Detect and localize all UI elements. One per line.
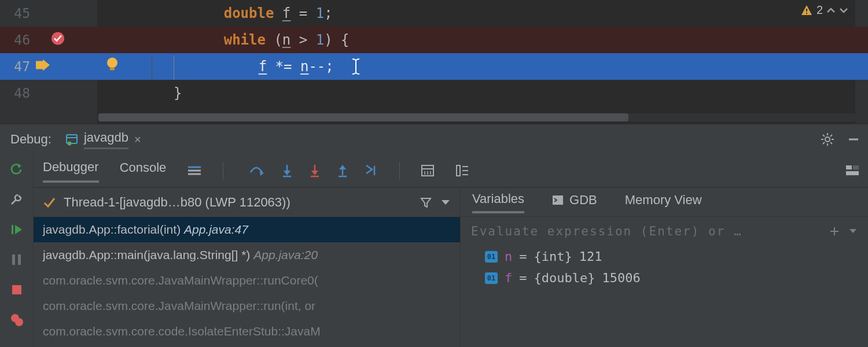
threads-icon[interactable] [187, 165, 202, 176]
code-editor[interactable]: 2 45 double f = 1; 46 while (n > 1) { 47 [0, 0, 868, 124]
frame-location: App.java:47 [184, 223, 248, 236]
variable-row[interactable]: 01 n = {int} 121 [461, 246, 868, 267]
frame-signature: com.oracle.svm.core.code.IsolateEnterStu… [43, 324, 321, 338]
debug-tool-window: Debug: javagdb × De [0, 124, 868, 347]
minimize-icon[interactable] [847, 133, 860, 146]
svg-rect-45 [846, 165, 852, 169]
svg-line-17 [823, 142, 825, 144]
stop-icon[interactable] [9, 282, 25, 298]
indent-guide [174, 56, 174, 80]
frame-location: App.java:20 [253, 248, 318, 261]
scrollbar-thumb[interactable] [98, 113, 628, 121]
svg-point-5 [107, 58, 117, 68]
line-number: 46 [0, 32, 30, 47]
type-chip-icon: 01 [485, 272, 498, 284]
svg-rect-22 [18, 254, 21, 265]
code-line-current[interactable]: 47 f *= n--; [0, 53, 868, 80]
equals: = [519, 249, 527, 264]
frame-signature: javagdb.App::main(java.lang.String[] *) [43, 248, 253, 261]
identifier: n [300, 58, 308, 75]
line-number: 45 [0, 6, 30, 21]
terminal-icon [552, 195, 564, 205]
separator [399, 162, 400, 179]
frame-signature: com.oracle.svm.core.JavaMainWrapper::run… [43, 274, 318, 287]
dropdown-icon[interactable] [848, 228, 858, 235]
step-over-icon[interactable] [249, 164, 265, 177]
punct: } [174, 85, 182, 101]
variables-tab[interactable]: Variables [472, 191, 524, 213]
line-number: 48 [0, 86, 30, 101]
force-step-into-icon[interactable] [309, 164, 321, 178]
thread-selector[interactable]: Thread-1-[javagdb…b80 (LWP 112063)) [34, 188, 460, 217]
step-out-icon[interactable] [337, 164, 348, 178]
layout-settings-icon[interactable] [845, 164, 860, 177]
code-line[interactable]: 45 double f = 1; [0, 0, 868, 27]
variables-tabs: Variables GDB Memory View [461, 188, 868, 217]
run-config-tab[interactable]: javagdb × [65, 130, 141, 149]
evaluate-expression-input[interactable]: Evaluate expression (Enter) or … [461, 217, 868, 246]
variable-row[interactable]: 01 f = {double} 15006 [461, 267, 868, 289]
resume-icon[interactable] [9, 222, 25, 238]
punct: *= [267, 58, 300, 75]
debug-title: Debug: [10, 132, 52, 147]
view-breakpoints-icon[interactable] [9, 312, 25, 328]
trace-current-icon[interactable] [455, 164, 469, 177]
memory-view-tab[interactable]: Memory View [625, 193, 702, 212]
checkmark-icon [43, 196, 56, 209]
svg-point-9 [67, 142, 71, 146]
tab-label: GDB [569, 193, 597, 208]
indent-guide [152, 56, 152, 80]
svg-rect-20 [12, 225, 13, 234]
stack-frame[interactable]: javagdb.App::factorial(int) App.java:47 [34, 217, 460, 242]
run-to-cursor-icon[interactable] [365, 164, 378, 178]
svg-line-18 [830, 135, 832, 136]
svg-point-10 [825, 137, 830, 142]
frames-panel: Thread-1-[javagdb…b80 (LWP 112063)) java… [34, 188, 461, 347]
type-chip-icon: 01 [485, 251, 498, 263]
svg-line-15 [823, 135, 825, 136]
svg-rect-21 [12, 254, 15, 265]
code-line[interactable]: 48 } [0, 80, 868, 106]
stack-frame[interactable]: com.oracle.svm.core.JavaMainWrapper::run… [34, 293, 460, 319]
svg-rect-47 [846, 171, 859, 175]
horizontal-scrollbar[interactable] [98, 113, 855, 121]
breakpoint-verified-icon[interactable] [35, 31, 81, 49]
frame-signature: com.oracle.svm.core.JavaMainWrapper::run… [43, 299, 315, 312]
stack-frame[interactable]: com.oracle.svm.core.code.IsolateEnterStu… [34, 319, 460, 344]
run-config-label: javagdb [84, 130, 128, 149]
frames-list[interactable]: javagdb.App::factorial(int) App.java:47 … [34, 217, 460, 347]
gear-icon[interactable] [821, 132, 834, 146]
separator [223, 162, 223, 179]
console-tab[interactable]: Console [120, 160, 167, 181]
thread-label: Thread-1-[javagdb…b80 (LWP 112063)) [64, 195, 411, 210]
frame-signature: javagdb.App::factorial(int) [43, 223, 184, 236]
stack-frame[interactable]: com.oracle.svm.core.JavaMainWrapper::run… [34, 268, 460, 293]
gdb-tab[interactable]: GDB [552, 193, 597, 212]
equals: = [519, 271, 527, 285]
code-line[interactable]: 46 while (n > 1) { [0, 27, 868, 53]
dropdown-icon[interactable] [440, 198, 451, 206]
identifier: f [259, 58, 267, 75]
rerun-icon[interactable] [9, 161, 25, 178]
debugger-tab[interactable]: Debugger [43, 160, 99, 183]
punct: --; [308, 58, 333, 75]
execution-pointer-icon [31, 60, 54, 74]
svg-rect-48 [553, 195, 563, 205]
pause-icon[interactable] [9, 252, 25, 268]
step-into-icon[interactable] [281, 164, 293, 178]
svg-rect-46 [853, 165, 859, 169]
svg-rect-6 [110, 68, 115, 71]
svg-line-16 [830, 142, 832, 144]
svg-point-25 [15, 318, 23, 326]
wrench-icon[interactable] [9, 191, 25, 208]
add-watch-icon[interactable] [829, 226, 840, 237]
stack-frame[interactable]: javagdb.App::main(java.lang.String[] *) … [34, 242, 460, 268]
evaluate-expression-icon[interactable] [421, 164, 435, 177]
variable-value: 121 [579, 249, 602, 264]
intention-bulb-icon[interactable] [101, 57, 124, 76]
close-icon[interactable]: × [134, 133, 141, 146]
variable-name: f [505, 271, 512, 285]
variable-value: 15006 [602, 271, 640, 285]
filter-icon[interactable] [420, 196, 432, 209]
line-number: 47 [0, 59, 30, 74]
